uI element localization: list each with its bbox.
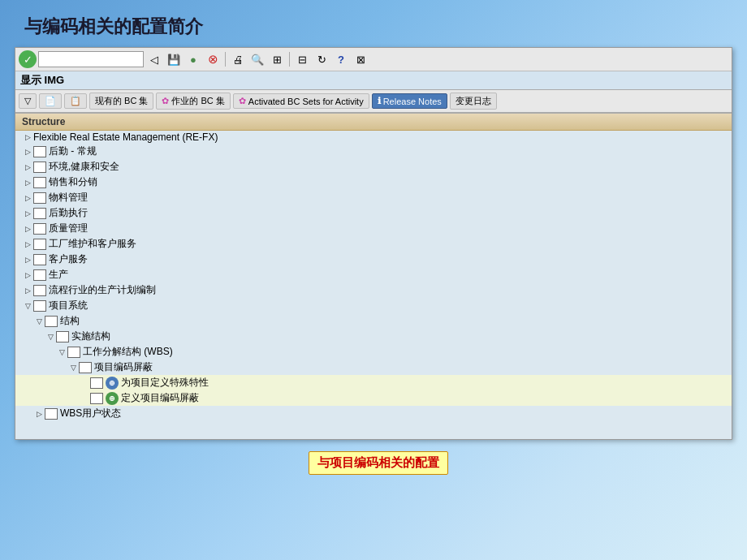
row-label: 工厂维护和客户服务 bbox=[49, 237, 136, 251]
menu-bar: 显示 IMG bbox=[15, 71, 732, 90]
close-icon[interactable]: ⊠ bbox=[352, 50, 369, 68]
row-label: 定义项目编码屏蔽 bbox=[121, 391, 199, 405]
flower-icon1: ✿ bbox=[162, 96, 169, 106]
row-label: 后勤 - 常规 bbox=[49, 144, 97, 158]
activated-bc-btn[interactable]: ✿ Activated BC Sets for Activity bbox=[233, 93, 369, 109]
find-next-icon[interactable]: ⊞ bbox=[268, 50, 286, 68]
page-title: 与编码相关的配置简介 bbox=[0, 0, 747, 47]
tree-row[interactable]: ▷ Flexible Real Estate Management (RE-FX… bbox=[15, 131, 732, 144]
release-notes-label: Release Notes bbox=[383, 97, 442, 106]
doc-icon bbox=[45, 408, 58, 420]
tree-row[interactable]: ▷ 环境,健康和安全 bbox=[15, 159, 732, 174]
stop-red-icon[interactable]: ⊗ bbox=[204, 50, 222, 68]
settings-icon[interactable]: ⊟ bbox=[293, 50, 311, 68]
expand-arrow[interactable]: ▷ bbox=[22, 131, 33, 143]
tree-row[interactable]: ▷ 质量管理 bbox=[15, 221, 732, 236]
row-label: 物料管理 bbox=[49, 191, 88, 205]
filter-icon: ▽ bbox=[24, 96, 31, 106]
row-label: 结构 bbox=[60, 314, 80, 328]
tree-row[interactable]: ▷ 物料管理 bbox=[15, 190, 732, 205]
tree-row[interactable]: ▽ 实施结构 bbox=[15, 329, 732, 344]
expand-arrow[interactable]: ▷ bbox=[22, 146, 33, 157]
flower-icon2: ✿ bbox=[239, 96, 246, 106]
expand-arrow[interactable]: ▷ bbox=[22, 208, 33, 219]
row-label: 后勤执行 bbox=[49, 206, 88, 220]
doc-icon bbox=[90, 393, 103, 404]
tree-row[interactable]: ▽ 项目编码屏蔽 bbox=[15, 360, 732, 375]
tree-row[interactable]: ▷ 工厂维护和客户服务 bbox=[15, 236, 732, 252]
tree-row[interactable]: ▽ 项目系统 bbox=[15, 298, 732, 313]
refresh-icon[interactable]: ↻ bbox=[313, 50, 330, 68]
find-icon[interactable]: 🔍 bbox=[248, 50, 266, 68]
tree-area: ▷ Flexible Real Estate Management (RE-FX… bbox=[15, 131, 732, 439]
print-icon[interactable]: 🖨 bbox=[229, 50, 247, 68]
action-circle-icon: ⊕ bbox=[106, 392, 119, 405]
expand-arrow[interactable]: ▷ bbox=[22, 177, 33, 188]
tree-row[interactable]: ▷ ⊕ 定义项目编码屏蔽 bbox=[15, 390, 732, 406]
help-icon[interactable]: ? bbox=[332, 50, 350, 68]
tree-row[interactable]: ▷ 流程行业的生产计划编制 bbox=[15, 282, 732, 298]
info-icon: ℹ bbox=[378, 96, 381, 106]
row-label: 销售和分销 bbox=[49, 175, 97, 189]
expand-arrow[interactable]: ▷ bbox=[22, 285, 33, 296]
annotation-box: 与项目编码相关的配置 bbox=[309, 451, 448, 475]
filter-btn[interactable]: ▽ bbox=[19, 93, 37, 109]
tree-row[interactable]: ▽ 结构 bbox=[15, 313, 732, 329]
menu-label: 显示 IMG bbox=[20, 74, 64, 86]
doc-icon bbox=[45, 316, 58, 327]
action-bar: ▽ 📄 📋 现有的 BC 集 ✿ 作业的 BC 集 ✿ Activated BC… bbox=[15, 90, 732, 114]
expand-arrow[interactable]: ▽ bbox=[22, 300, 33, 312]
check-button[interactable]: ✓ bbox=[19, 50, 37, 68]
sep1 bbox=[225, 52, 226, 67]
row-label: 实施结构 bbox=[71, 330, 110, 343]
activated-bc-label: Activated BC Sets for Activity bbox=[248, 97, 364, 106]
action-circle-icon: ⊕ bbox=[106, 377, 119, 390]
expand-arrow[interactable]: ▷ bbox=[22, 254, 33, 265]
doc-icon bbox=[67, 347, 80, 358]
working-bc-label: 作业的 BC 集 bbox=[171, 95, 224, 107]
expand-arrow[interactable]: ▷ bbox=[22, 239, 33, 250]
doc-icon bbox=[33, 239, 46, 250]
existing-bc-btn[interactable]: 现有的 BC 集 bbox=[89, 93, 153, 110]
tree-row[interactable]: ▷ ⊕ 为项目定义特殊特性 bbox=[15, 375, 732, 390]
doc-icon bbox=[33, 223, 46, 235]
expand-arrow[interactable]: ▷ bbox=[22, 162, 33, 173]
bc-icon-btn1[interactable]: 📄 bbox=[39, 93, 62, 109]
row-label: 项目编码屏蔽 bbox=[94, 360, 153, 374]
tree-row[interactable]: ▷ 后勤执行 bbox=[15, 205, 732, 221]
expand-arrow[interactable]: ▽ bbox=[45, 331, 56, 342]
expand-arrow[interactable]: ▽ bbox=[33, 316, 45, 327]
tree-row[interactable]: ▷ 客户服务 bbox=[15, 252, 732, 267]
expand-arrow[interactable]: ▷ bbox=[33, 408, 45, 420]
tree-row[interactable]: ▽ 工作分解结构 (WBS) bbox=[15, 344, 732, 360]
expand-arrow[interactable]: ▷ bbox=[22, 269, 33, 281]
structure-header: Structure bbox=[15, 114, 732, 131]
doc-icon bbox=[33, 254, 46, 265]
back-green-icon[interactable]: ● bbox=[184, 50, 202, 68]
existing-bc-label: 现有的 BC 集 bbox=[95, 95, 148, 107]
expand-arrow[interactable]: ▽ bbox=[67, 362, 79, 373]
expand-arrow[interactable]: ▷ bbox=[22, 223, 33, 235]
row-label: WBS用户状态 bbox=[60, 407, 121, 420]
nav-left-icon[interactable]: ◁ bbox=[145, 50, 163, 68]
release-notes-btn[interactable]: ℹ Release Notes bbox=[372, 93, 447, 109]
doc-icon bbox=[33, 269, 46, 281]
sep2 bbox=[289, 52, 290, 67]
expand-arrow[interactable]: ▽ bbox=[56, 347, 67, 358]
expand-arrow[interactable]: ▷ bbox=[22, 192, 33, 204]
save-icon[interactable]: 💾 bbox=[165, 50, 183, 68]
tree-row[interactable]: ▷ 后勤 - 常规 bbox=[15, 144, 732, 159]
row-label: 质量管理 bbox=[49, 222, 88, 235]
doc-icon bbox=[90, 377, 103, 389]
command-input[interactable] bbox=[38, 51, 144, 67]
tree-row[interactable]: ▷ WBS用户状态 bbox=[15, 406, 732, 421]
tree-row[interactable]: ▷ 销售和分销 bbox=[15, 174, 732, 190]
doc-icon bbox=[33, 177, 46, 188]
working-bc-btn[interactable]: ✿ 作业的 BC 集 bbox=[156, 93, 230, 110]
change-log-btn[interactable]: 变更日志 bbox=[450, 93, 497, 110]
toolbar: ✓ ◁ 💾 ● ⊗ 🖨 🔍 ⊞ ⊟ ↻ ? ⊠ bbox=[15, 48, 732, 71]
bc-icon-btn2[interactable]: 📋 bbox=[64, 93, 87, 109]
tree-row[interactable]: ▷ 生产 bbox=[15, 267, 732, 282]
doc-icon bbox=[56, 331, 69, 342]
row-label: 客户服务 bbox=[49, 252, 88, 266]
